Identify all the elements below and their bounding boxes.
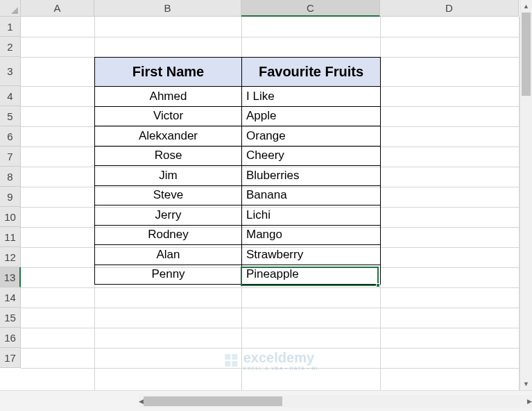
- row-header-1[interactable]: 1: [0, 17, 21, 37]
- cell[interactable]: Banana: [242, 185, 381, 206]
- cell[interactable]: Rodney: [95, 225, 242, 245]
- cell[interactable]: Cheery: [242, 146, 381, 166]
- table-row: VictorApple: [95, 106, 381, 126]
- row-headers: 1234567891011121314151617: [0, 17, 21, 390]
- row-header-7[interactable]: 7: [0, 146, 21, 167]
- column-header-a[interactable]: A: [21, 0, 94, 17]
- bottom-bar: ◀ ▶: [0, 390, 532, 411]
- row-header-10[interactable]: 10: [0, 207, 21, 227]
- table-row: AlekxanderOrange: [95, 126, 381, 146]
- cell[interactable]: Lichi: [242, 206, 381, 226]
- cell[interactable]: Jim: [95, 166, 242, 186]
- row-header-2[interactable]: 2: [0, 37, 21, 57]
- column-headers: ABCD: [21, 0, 519, 17]
- cell[interactable]: Apple: [242, 106, 381, 126]
- cell[interactable]: Strawberry: [242, 245, 381, 265]
- table-row: RoseCheery: [95, 146, 381, 166]
- row-header-16[interactable]: 16: [0, 328, 21, 348]
- table-row: JimBluberries: [95, 166, 381, 186]
- hscroll-track[interactable]: [144, 395, 527, 408]
- row-header-8[interactable]: 8: [0, 167, 21, 187]
- cell[interactable]: I Like: [242, 87, 381, 107]
- watermark-brand: exceldemy: [243, 350, 314, 365]
- table-row: JerryLichi: [95, 206, 381, 226]
- table-header[interactable]: First Name: [95, 58, 242, 87]
- select-all-corner[interactable]: [0, 0, 21, 17]
- row-header-12[interactable]: 12: [0, 247, 21, 267]
- row-header-13[interactable]: 13: [0, 267, 21, 287]
- cell[interactable]: Alan: [95, 245, 242, 265]
- row-header-17[interactable]: 17: [0, 348, 21, 368]
- row-header-5[interactable]: 5: [0, 106, 21, 126]
- column-header-d[interactable]: D: [380, 0, 519, 17]
- cell[interactable]: Pineapple: [242, 265, 381, 285]
- table-row: SteveBanana: [95, 185, 381, 206]
- cell[interactable]: Penny: [95, 265, 242, 285]
- row-header-15[interactable]: 15: [0, 308, 21, 328]
- data-table: First NameFavourite Fruits AhmedI LikeVi…: [94, 57, 381, 285]
- cell[interactable]: Ahmed: [95, 87, 242, 107]
- row-header-6[interactable]: 6: [0, 126, 21, 146]
- scroll-down-button[interactable]: ▼: [520, 378, 532, 390]
- horizontal-scrollbar[interactable]: ◀ ▶: [139, 395, 532, 408]
- cell[interactable]: Rose: [95, 146, 242, 166]
- scroll-left-button[interactable]: ◀: [139, 395, 144, 408]
- table-row: AlanStrawberry: [95, 245, 381, 265]
- row-header-11[interactable]: 11: [0, 227, 21, 247]
- scroll-right-button[interactable]: ▶: [527, 395, 532, 408]
- cell[interactable]: Jerry: [95, 206, 242, 226]
- table-row: AhmedI Like: [95, 87, 381, 107]
- column-header-b[interactable]: B: [94, 0, 241, 17]
- cells-grid[interactable]: First NameFavourite Fruits AhmedI LikeVi…: [21, 17, 520, 390]
- excel-workbook: ABCD 1234567891011121314151617 First Nam…: [0, 0, 532, 411]
- vscroll-track[interactable]: [520, 12, 532, 378]
- table-row: PennyPineapple: [95, 265, 381, 285]
- vertical-scrollbar[interactable]: ▲ ▼: [520, 0, 532, 390]
- table-header[interactable]: Favourite Fruits: [242, 58, 381, 87]
- table-row: RodneyMango: [95, 225, 381, 245]
- sheet-area: ABCD 1234567891011121314151617 First Nam…: [0, 0, 532, 390]
- cell[interactable]: Alekxander: [95, 126, 242, 146]
- cell[interactable]: Orange: [242, 126, 381, 146]
- watermark-icon: [223, 352, 239, 369]
- row-header-4[interactable]: 4: [0, 86, 21, 106]
- hscroll-thumb[interactable]: [144, 396, 282, 406]
- cell[interactable]: Steve: [95, 185, 242, 206]
- row-header-14[interactable]: 14: [0, 287, 21, 308]
- cell[interactable]: Bluberries: [242, 166, 381, 186]
- cell[interactable]: Victor: [95, 106, 242, 126]
- scroll-up-button[interactable]: ▲: [520, 0, 532, 12]
- column-header-c[interactable]: C: [241, 0, 380, 17]
- row-header-3[interactable]: 3: [0, 57, 21, 86]
- row-header-9[interactable]: 9: [0, 187, 21, 207]
- cell[interactable]: Mango: [242, 225, 381, 245]
- vscroll-thumb[interactable]: [522, 12, 531, 96]
